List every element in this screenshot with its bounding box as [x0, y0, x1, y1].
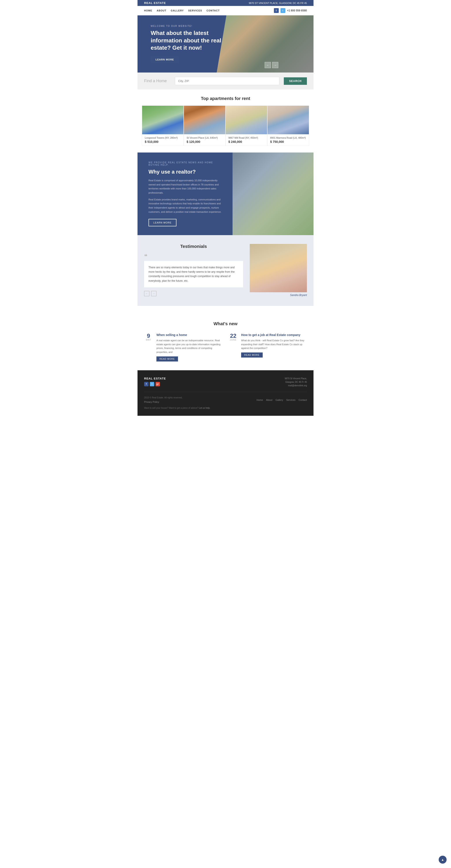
hero-next-button[interactable]: →: [272, 62, 278, 68]
search-input[interactable]: [175, 77, 279, 85]
testimonial-text: There are so many elements today in our …: [148, 265, 239, 283]
why-text-2: Real Estate provides brand marks, market…: [148, 197, 222, 214]
apartment-info-4: 8901 Marmora Road (LA, 480m²) $ 750,000: [267, 134, 309, 146]
apartment-price-1: $ 510,000: [145, 140, 181, 144]
nav-contact[interactable]: CONTACT: [206, 9, 220, 12]
why-title: Why use a realtor?: [148, 169, 222, 175]
search-button[interactable]: SEARCH: [284, 78, 307, 85]
footer-privacy-link[interactable]: Privacy Policy: [144, 401, 159, 403]
news-read-more-1[interactable]: READ MORE: [157, 356, 178, 362]
footer-nav-services[interactable]: Services: [286, 399, 295, 401]
news-item-2: 22 JUNE How to get a job at Real Estate …: [229, 333, 307, 362]
apartment-price-3: $ 240,000: [228, 140, 264, 144]
top-bar: REAL ESTATE 9870 ST VINCENT PLACE, GLASG…: [138, 0, 313, 6]
footer-nav-contact[interactable]: Contact: [299, 399, 307, 401]
apartment-name-1: Longwood Towers (NY, 280m²): [145, 136, 181, 139]
apartment-image-3: [226, 106, 267, 134]
top-address: 9870 ST VINCENT PLACE, GLASGOW, DC 45 FR…: [249, 2, 307, 4]
news-day-2: 22: [229, 333, 237, 339]
news-month-1: MAY: [144, 339, 153, 341]
news-day-1: 9: [144, 333, 153, 339]
apartment-card-1: Longwood Towers (NY, 280m²) $ 510,000: [142, 105, 184, 146]
testimonials-right: Sandra Bryant: [250, 244, 307, 297]
footer-top: REAL ESTATE f t g+ 9870 St Vincent Place…: [144, 377, 307, 392]
testimonials-section: Testimonials ❝ There are so many element…: [138, 235, 313, 306]
apartment-card-2: St Vincent Place (LA, 640m²) $ 120,000: [184, 105, 225, 146]
footer-nav-home[interactable]: Home: [256, 399, 263, 401]
apartment-image-1: [142, 106, 184, 134]
testimonial-next-button[interactable]: →: [151, 291, 157, 296]
apartment-name-4: 8901 Marmora Road (LA, 480m²): [270, 136, 306, 139]
apartment-info-3: 9867 Mill Road (NY, 450m²) $ 240,000: [226, 134, 267, 146]
nav-bar: HOME ABOUT GALLERY SERVICES CONTACT f t …: [138, 6, 313, 16]
footer-address-line2: Glasgow, DC 45 Fr 45: [285, 380, 307, 384]
news-item-text-2: What do you think - will Real Estate Co …: [241, 339, 307, 350]
footer-email: mail@demolink.org: [285, 384, 307, 388]
news-date-2: 22 JUNE: [229, 333, 237, 362]
apartments-grid: Longwood Towers (NY, 280m²) $ 510,000 St…: [138, 105, 313, 153]
apartment-image-2: [184, 106, 225, 134]
apartment-price-2: $ 120,000: [187, 140, 223, 144]
news-content-1: When selling a home A real estate agent …: [157, 333, 222, 362]
news-item-1: 9 MAY When selling a home A real estate …: [144, 333, 222, 362]
footer-address-line1: 9870 St Vincent Place,: [285, 377, 307, 380]
why-image-inner: [232, 153, 313, 235]
apartment-price-4: $ 750,000: [270, 140, 306, 144]
footer-tagline-link[interactable]: Let us help.: [199, 407, 210, 409]
why-subtitle: WE PROVIDE REAL ESTATE NEWS AND HOME BUY…: [148, 161, 222, 166]
apartment-name-3: 9867 Mill Road (NY, 450m²): [228, 136, 264, 139]
footer-tagline: Want to sell your house? Want to get a p…: [144, 407, 307, 409]
why-image: [232, 153, 313, 235]
nav-gallery[interactable]: GALLERY: [171, 9, 184, 12]
news-content-2: How to get a job at Real Estate company …: [241, 333, 307, 362]
apartment-name-2: St Vincent Place (LA, 640m²): [187, 136, 223, 139]
testimonial-box: There are so many elements today in our …: [144, 261, 243, 288]
why-content: WE PROVIDE REAL ESTATE NEWS AND HOME BUY…: [138, 153, 232, 235]
why-section: WE PROVIDE REAL ESTATE NEWS AND HOME BUY…: [138, 153, 313, 235]
footer-social: f t g+: [144, 382, 166, 386]
footer-gplus-icon[interactable]: g+: [156, 382, 160, 386]
hero-welcome: WELCOME TO OUR WEBSITE!: [151, 25, 234, 27]
footer-left: REAL ESTATE f t g+: [144, 377, 166, 388]
hero-learn-more-button[interactable]: LEARN MORE: [151, 56, 179, 63]
news-section: What's new 9 MAY When selling a home A r…: [138, 306, 313, 370]
hero-content: WELCOME TO OUR WEBSITE! What about the l…: [151, 25, 234, 63]
why-text-1: Real Estate is comprised of approximatel…: [148, 179, 222, 195]
hero-prev-button[interactable]: ←: [265, 62, 271, 68]
footer-bottom: 2015 © Real Estate. All rights reserved.…: [144, 396, 307, 404]
footer-brand: REAL ESTATE: [144, 377, 166, 380]
footer-nav: Home About Gallery Services Contact: [256, 399, 307, 401]
footer: REAL ESTATE f t g+ 9870 St Vincent Place…: [138, 370, 313, 416]
search-label: Find a Home: [144, 79, 170, 83]
hero-title: What about the latest information about …: [151, 29, 234, 52]
facebook-icon[interactable]: f: [274, 8, 279, 13]
testimonials-title: Testimonials: [144, 244, 243, 249]
nav-right: f t +1 800 559 6580: [274, 8, 307, 13]
apartment-info-2: St Vincent Place (LA, 640m²) $ 120,000: [184, 134, 225, 146]
news-item-title-1: When selling a home: [157, 333, 222, 337]
footer-twitter-icon[interactable]: t: [150, 382, 154, 386]
phone-number: +1 800 559 6580: [287, 9, 307, 12]
apartments-title: Top apartments for rent: [138, 89, 313, 105]
footer-address: 9870 St Vincent Place, Glasgow, DC 45 Fr…: [285, 377, 307, 388]
nav-services[interactable]: SERVICES: [188, 9, 202, 12]
nav-about[interactable]: ABOUT: [157, 9, 166, 12]
twitter-icon[interactable]: t: [281, 8, 285, 13]
testimonial-prev-button[interactable]: ←: [144, 291, 149, 296]
footer-nav-gallery[interactable]: Gallery: [276, 399, 283, 401]
apartment-card-3: 9867 Mill Road (NY, 450m²) $ 240,000: [225, 105, 267, 146]
news-date-1: 9 MAY: [144, 333, 153, 362]
hero-arrows: ← →: [265, 62, 278, 68]
testimonial-person-name: Sandra Bryant: [250, 293, 307, 297]
nav-home[interactable]: HOME: [144, 9, 152, 12]
hero-section: WELCOME TO OUR WEBSITE! What about the l…: [138, 16, 313, 72]
news-item-title-2: How to get a job at Real Estate company: [241, 333, 307, 337]
news-read-more-2[interactable]: READ MORE: [241, 352, 263, 358]
footer-nav-about[interactable]: About: [266, 399, 272, 401]
search-section: Find a Home SEARCH: [138, 72, 313, 89]
why-learn-more-button[interactable]: LEARN MORE: [148, 219, 176, 226]
footer-facebook-icon[interactable]: f: [144, 382, 148, 386]
news-month-2: JUNE: [229, 339, 237, 341]
apartment-info-1: Longwood Towers (NY, 280m²) $ 510,000: [142, 134, 184, 146]
testimonial-person-image: [250, 244, 307, 292]
